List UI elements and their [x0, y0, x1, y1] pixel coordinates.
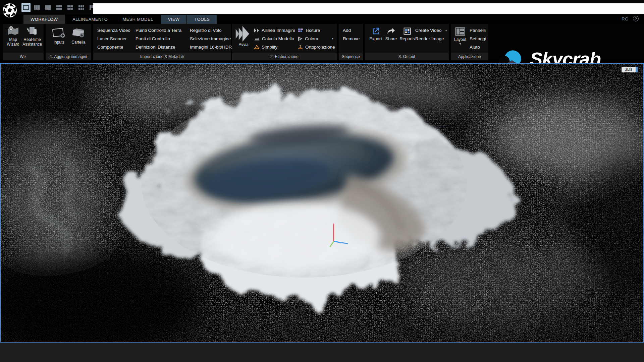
- export-label: Export: [369, 37, 382, 41]
- create-video-dropdown-icon[interactable]: ▾: [445, 28, 447, 32]
- ribbon-group-applicazione: Layout ▾ Pannelli Settaggi Aiuto Applica…: [451, 24, 488, 60]
- cartella-button[interactable]: Cartella: [69, 27, 88, 45]
- menu-definizioni-distanze[interactable]: Definizioni Distanze: [136, 43, 175, 51]
- menu-settaggi[interactable]: Settaggi: [470, 35, 486, 43]
- map-wizard-button[interactable]: Map Wizard: [4, 26, 22, 47]
- export-button[interactable]: Export: [368, 27, 384, 41]
- section-label-output: 3. Output: [365, 53, 449, 60]
- ribbon-group-sequence: Add Remove Sequence: [339, 24, 363, 60]
- section-label-wiz: Wiz: [3, 53, 44, 60]
- menu-pannelli[interactable]: Pannelli: [470, 26, 486, 35]
- inputs-button[interactable]: Inputs: [50, 27, 68, 45]
- inputs-label: Inputs: [54, 40, 65, 45]
- export-icon: [372, 27, 380, 35]
- colora-label: Colora: [305, 36, 318, 41]
- avvia-start-icon: [235, 26, 252, 42]
- layout-two-by-two-button[interactable]: [66, 3, 75, 12]
- texture-label: Texture: [305, 28, 320, 33]
- ortoproiezione-label: Ortoproiezione: [305, 45, 335, 50]
- menu-registro-di-volo[interactable]: Registro di Volo: [190, 26, 222, 35]
- tab-mesh-model[interactable]: MESH MODEL: [115, 15, 160, 24]
- section-label-applicazione: Applicazione: [451, 53, 488, 60]
- menu-allinea-immagini[interactable]: Allinea Immagini: [254, 26, 295, 35]
- menu-ortoproiezione[interactable]: Ortoproiezione: [298, 43, 335, 51]
- create-video-label: Create Video: [415, 28, 442, 33]
- menu-colora[interactable]: Colora: [298, 35, 318, 43]
- realtime-assistance-label: Real-time Assistance: [21, 37, 43, 47]
- help-icon[interactable]: ?: [633, 16, 639, 21]
- layout-left-column-split-button[interactable]: [44, 3, 53, 12]
- menu-punti-di-controllo[interactable]: Punti di Controllo: [136, 35, 170, 43]
- layout-three-columns-button[interactable]: [33, 3, 42, 12]
- rc-badge: RC: [622, 16, 629, 21]
- reports-label: Reports: [399, 37, 415, 41]
- menu-punti-controllo-terra[interactable]: Puinti Controllo a Terra: [136, 26, 181, 35]
- ribbon-group-wiz: Map Wizard Real-time Assistance Wiz: [3, 24, 44, 60]
- allinea-immagini-label: Allinea Immagini: [262, 28, 295, 33]
- share-label: Share: [385, 37, 397, 41]
- section-label-sequence: Sequence: [339, 53, 363, 60]
- align-images-icon: [254, 28, 259, 33]
- tab-allineamento[interactable]: ALLINEAMENTO: [65, 15, 115, 24]
- tab-workflow[interactable]: WORKFLOW: [23, 15, 65, 24]
- calcola-modello-icon: [254, 37, 260, 41]
- map-wizard-icon: [7, 26, 19, 36]
- realtime-assistance-button[interactable]: Real-time Assistance: [21, 26, 43, 47]
- texture-icon: [298, 28, 303, 33]
- view-type-badge[interactable]: 3Ds: [622, 67, 638, 72]
- layout-grid-six-button[interactable]: [77, 3, 86, 12]
- menu-sequenza-video[interactable]: Sequenza Video: [97, 26, 130, 35]
- point-cloud-scene[interactable]: [1, 64, 643, 342]
- app-logo-shutter-icon[interactable]: [2, 2, 18, 18]
- layout-label: Layout: [454, 37, 466, 42]
- colora-dropdown-icon[interactable]: ▾: [332, 37, 333, 40]
- inputs-add-image-icon: [52, 27, 66, 39]
- menu-texture[interactable]: Texture: [298, 26, 320, 35]
- menu-selezione-immagine[interactable]: Selezione Immagine: [190, 35, 231, 43]
- simplify-label: Simplify: [262, 45, 277, 50]
- ribbon-group-output: Export Share Reports Create Video ▾ Rend…: [365, 24, 449, 60]
- map-wizard-label: Map Wizard: [4, 37, 22, 47]
- section-label-importazione: Importazione & Metadati: [93, 53, 231, 60]
- reports-button[interactable]: Reports: [398, 27, 416, 41]
- realtime-assistance-icon: [26, 26, 38, 36]
- menu-sequence-add[interactable]: Add: [343, 26, 351, 35]
- menu-create-video[interactable]: Create Video ▾: [415, 26, 447, 35]
- ribbon: Map Wizard Real-time Assistance Wiz Inpu…: [0, 24, 644, 61]
- ortoproiezione-icon: [298, 45, 303, 49]
- avvia-button[interactable]: Avvia: [235, 26, 252, 47]
- menu-componente[interactable]: Componente: [97, 43, 123, 51]
- ribbon-group-aggiungi: Inputs Cartella 1. Aggiungi immagini: [46, 24, 91, 60]
- ribbon-group-importazione: Sequenza Video Laser Scanner Componente …: [93, 24, 231, 60]
- menu-simplify[interactable]: Simplify: [254, 43, 277, 51]
- bottom-dock: [0, 343, 644, 362]
- menu-sequence-remove[interactable]: Remove: [343, 35, 360, 43]
- reports-icon: [403, 27, 411, 35]
- share-button[interactable]: Share: [384, 27, 398, 41]
- ribbon-tabs: WORKFLOW ALLINEAMENTO MESH MODEL VIEW TO…: [23, 15, 217, 24]
- menu-immagini-16bit-hdr[interactable]: Immagini 16-bit/HDR: [190, 43, 232, 51]
- cartella-label: Cartella: [71, 40, 85, 45]
- menu-calcola-modello[interactable]: Calcola Modello ▾: [254, 35, 300, 43]
- layout-dropdown-icon[interactable]: ▾: [459, 42, 461, 46]
- viewport-3d: 3Ds: [0, 63, 644, 343]
- simplify-icon: [254, 45, 259, 49]
- tab-view[interactable]: VIEW: [161, 15, 187, 24]
- layout-button[interactable]: Layout ▾: [452, 27, 468, 46]
- blank-strip: [93, 3, 644, 14]
- section-label-elaborazione: 2. Elaborazione: [232, 53, 337, 60]
- menu-render-image[interactable]: Render Image: [415, 35, 444, 43]
- tab-tools[interactable]: TOOLS: [187, 15, 217, 24]
- ribbon-group-elaborazione: Avvia Allinea Immagini Calcola Modello ▾…: [232, 24, 337, 60]
- layout-single-pane-button[interactable]: [21, 3, 31, 12]
- share-icon: [387, 27, 395, 35]
- section-label-aggiungi: 1. Aggiungi immagini: [46, 53, 91, 60]
- cartella-add-folder-icon: [71, 27, 86, 39]
- avvia-label: Avvia: [238, 42, 248, 47]
- menu-laser-scanner[interactable]: Laser Scanner: [97, 35, 127, 43]
- title-bar: [0, 0, 644, 15]
- calcola-modello-label: Calcola Modello: [262, 36, 294, 41]
- menu-aiuto[interactable]: Aiuto: [470, 43, 480, 51]
- colora-icon: [298, 37, 303, 41]
- layout-top-row-split-button[interactable]: [55, 3, 64, 12]
